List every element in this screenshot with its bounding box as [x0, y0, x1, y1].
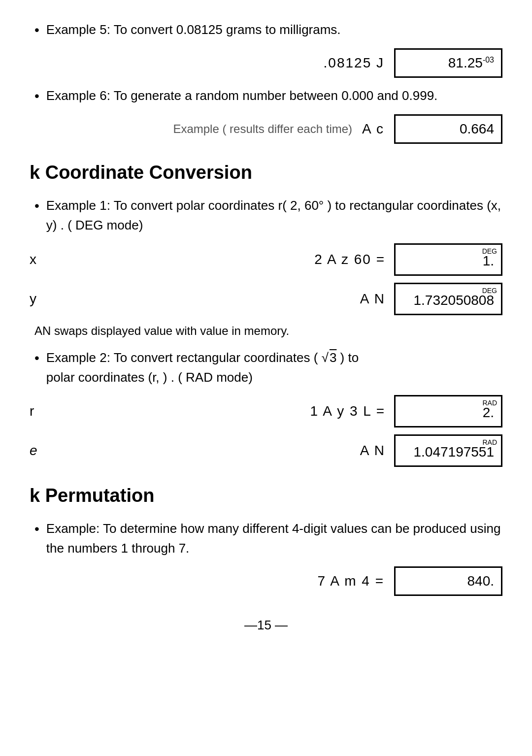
bullet-coord-2: •: [34, 348, 39, 368]
row-x-content: 2 A z 60 = DEG 1.: [59, 243, 502, 276]
example-6-value: 0.664: [460, 121, 494, 136]
row-e-display: RAD 1.047197551: [394, 434, 502, 467]
example-5-exp: -03: [483, 56, 494, 64]
row-r-display: RAD 2.: [394, 395, 502, 427]
example-5-value: 81.25-03: [448, 55, 494, 70]
coord-ex1-row-x: x 2 A z 60 = DEG 1.: [30, 243, 502, 276]
row-r-keyseq: 1 A y 3 L =: [310, 401, 385, 422]
row-e-content: A N RAD 1.047197551: [59, 434, 502, 467]
perm-ex1-item: • Example: To determine how many differe…: [30, 519, 502, 559]
coord-ex2-text2: polar coordinates (r, ) . ( RAD mode): [46, 370, 253, 385]
coord-ex2-row-e: e A N RAD 1.047197551: [30, 434, 502, 467]
page-footer: —15 —: [30, 616, 502, 635]
page-number: —15 —: [244, 618, 288, 632]
row-e-value: 1.047197551: [402, 442, 494, 462]
row-y-value: 1.732050808: [402, 290, 494, 311]
coord-ex2-item: • Example 2: To convert rectangular coor…: [30, 348, 502, 388]
row-y-mode: DEG: [482, 286, 497, 296]
example-6-note: Example ( results differ each time): [173, 120, 352, 138]
example-6-row: Example ( results differ each time) A c …: [30, 114, 502, 144]
row-r-mode: RAD: [482, 398, 497, 408]
row-y-content: A N DEG 1.732050808: [59, 283, 502, 315]
row-e-keyseq: A N: [360, 440, 385, 461]
example-5-keyseq: .08125 J: [324, 53, 384, 73]
section-coord-label: k Coordinate Conversion: [30, 159, 252, 187]
coord-ex1-text: Example 1: To convert polar coordinates …: [46, 196, 502, 235]
perm-ex1-display: 840.: [394, 566, 502, 596]
coord-ex1-row-y: y A N DEG 1.732050808: [30, 283, 502, 315]
example-5-text: Example 5: To convert 0.08125 grams to m…: [46, 20, 341, 39]
row-x-keyseq: 2 A z 60 =: [314, 249, 385, 270]
example-5-row: .08125 J 81.25-03: [30, 48, 502, 78]
row-y-display: DEG 1.732050808: [394, 283, 502, 315]
coord-ex1-item: • Example 1: To convert polar coordinate…: [30, 196, 502, 235]
perm-ex1-value: 840.: [467, 573, 495, 589]
example-6-item: • Example 6: To generate a random number…: [30, 86, 502, 106]
var-r: r: [30, 401, 59, 422]
sqrt-value: 3: [330, 348, 336, 367]
var-y: y: [30, 289, 59, 309]
row-x-value: 1.: [402, 251, 494, 271]
coord-ex2-text: Example 2: To convert rectangular coordi…: [46, 348, 359, 388]
bullet-coord-1: •: [34, 196, 39, 216]
coord-ex1-note: AN swaps displayed value with value in m…: [30, 322, 502, 340]
bullet-5: •: [34, 20, 39, 40]
example-6-text: Example 6: To generate a random number b…: [46, 86, 438, 105]
section-perm-label: k Permutation: [30, 482, 154, 510]
example-6-display: 0.664: [394, 114, 502, 144]
row-x-mode: DEG: [482, 246, 497, 257]
row-r-value: 2.: [402, 402, 494, 423]
perm-ex1-row: 7 A m 4 = 840.: [30, 566, 502, 596]
bullet-6: •: [34, 86, 39, 106]
row-r-content: 1 A y 3 L = RAD 2.: [59, 395, 502, 427]
bullet-perm-1: •: [34, 519, 39, 539]
coord-ex2-row-r: r 1 A y 3 L = RAD 2.: [30, 395, 502, 427]
example-5-display: 81.25-03: [394, 48, 502, 78]
section-coord-header: k Coordinate Conversion: [30, 159, 502, 187]
example-5-item: • Example 5: To convert 0.08125 grams to…: [30, 20, 502, 40]
perm-ex1-keyseq: 7 A m 4 =: [317, 571, 384, 592]
perm-ex1-text: Example: To determine how many different…: [46, 519, 502, 559]
row-y-keyseq: A N: [360, 289, 385, 309]
coord-ex2-text1: Example 2: To convert rectangular coordi…: [46, 350, 359, 365]
var-e: e: [30, 440, 59, 461]
example-6-keyseq: A c: [362, 119, 384, 139]
row-e-mode: RAD: [482, 437, 497, 448]
row-x-display: DEG 1.: [394, 243, 502, 276]
var-x: x: [30, 249, 59, 270]
sqrt-symbol: √: [322, 348, 329, 367]
section-perm-header: k Permutation: [30, 482, 502, 510]
